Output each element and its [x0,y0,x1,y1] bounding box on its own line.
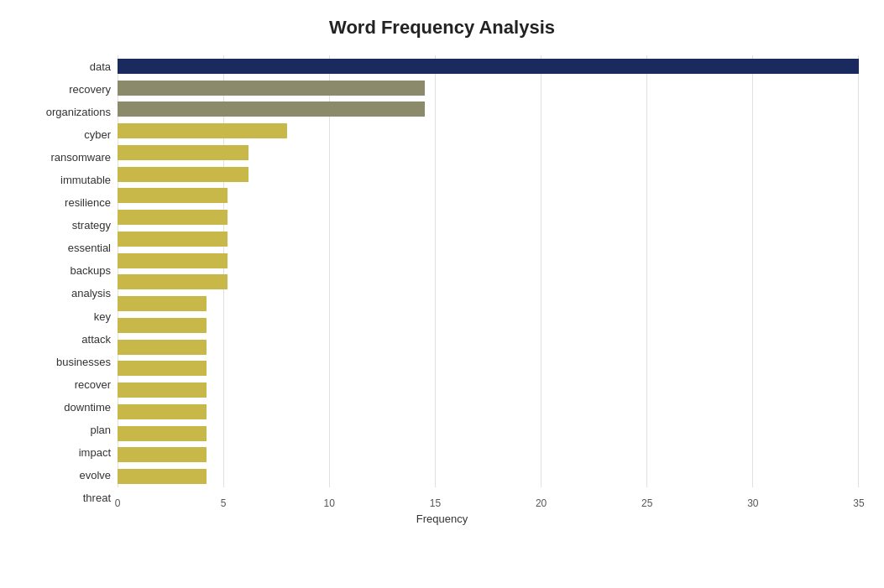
y-label: evolve [79,465,111,485]
bar-row [118,403,859,421]
bars-and-grid: 05101520253035 [118,55,859,509]
y-label: strategy [72,216,111,236]
bar-row [118,122,859,140]
bar [118,404,207,419]
y-label: downtime [64,397,111,417]
bar [118,361,207,376]
y-label: backups [71,261,111,281]
bar [118,145,248,160]
y-label: plan [90,419,111,440]
bar-row [118,316,859,335]
bar [118,296,207,311]
bar-row [118,143,859,162]
bar-row [118,79,859,97]
y-label: businesses [56,351,111,372]
bar [118,101,425,117]
y-label: immutable [60,170,111,190]
bar-row [118,165,859,184]
y-label: resilience [65,193,111,213]
y-label: attack [81,329,111,349]
bar [118,469,207,484]
bar [118,340,207,355]
bar-row [118,467,859,486]
bar-row [118,273,859,291]
y-label: threat [83,487,111,507]
bar [118,232,228,247]
bar [118,318,207,333]
y-label: essential [68,238,111,258]
bar-row [118,445,859,464]
y-label: key [94,306,111,326]
y-label: analysis [71,284,111,304]
chart-title: Word Frequency Analysis [25,17,859,39]
y-label: data [90,57,111,77]
bar [118,382,207,398]
bar [118,59,859,74]
chart-container: Word Frequency Analysis datarecoveryorga… [0,0,884,588]
bar-row [118,186,859,205]
bars-container [118,55,859,509]
bar-row [118,252,859,270]
bar [118,210,228,225]
y-label: ransomware [50,148,111,168]
chart-area: datarecoveryorganizationscyberransomware… [25,55,859,509]
bar-row [118,424,859,443]
y-label: recover [75,374,111,394]
bar [118,253,228,268]
bar-row [118,381,859,399]
bar-row [118,100,859,118]
bar-row [118,338,859,356]
bar [118,426,207,441]
bar [118,81,425,96]
bar-row [118,230,859,248]
y-axis: datarecoveryorganizationscyberransomware… [25,55,118,509]
bar-row [118,57,859,75]
y-label: impact [79,442,111,462]
bar [118,188,228,203]
y-label: cyber [84,125,111,145]
bar [118,123,287,138]
bar-row [118,359,859,377]
x-axis-title: Frequency [25,513,859,525]
bar-row [118,208,859,226]
bar [118,274,228,289]
bar-row [118,294,859,313]
y-label: organizations [46,102,111,122]
bar [118,167,248,182]
bar [118,447,207,462]
y-label: recovery [69,80,111,100]
